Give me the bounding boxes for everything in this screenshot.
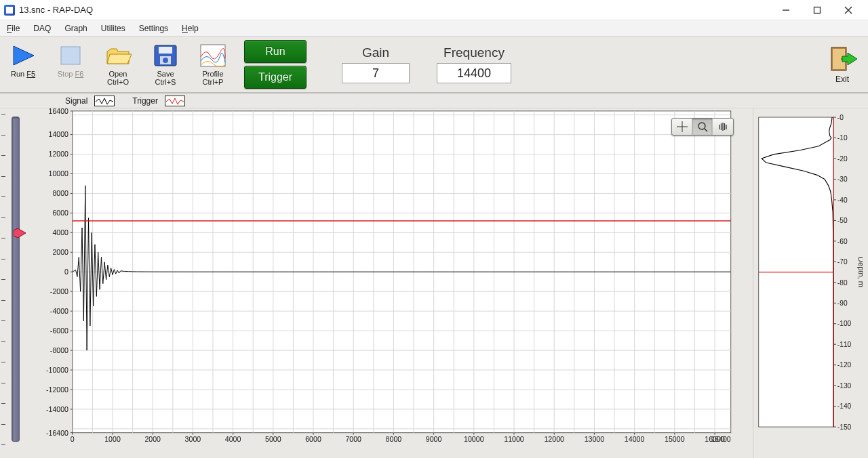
- svg-text:-110: -110: [837, 341, 852, 348]
- svg-text:13000: 13000: [585, 435, 605, 443]
- exit-group: Exit: [827, 45, 857, 84]
- svg-text:-60: -60: [837, 238, 848, 245]
- svg-text:8000: 8000: [386, 435, 402, 443]
- svg-text:-4000: -4000: [50, 307, 68, 315]
- svg-text:-70: -70: [837, 258, 848, 266]
- svg-text:-8000: -8000: [50, 346, 68, 354]
- svg-line-137: [705, 129, 707, 131]
- svg-text:6000: 6000: [305, 435, 321, 443]
- svg-rect-5: [61, 47, 80, 64]
- menu-utilites[interactable]: Utilites: [98, 22, 128, 35]
- frequency-block: Frequency 14400: [437, 45, 511, 83]
- trigger-green-button[interactable]: Trigger: [244, 66, 307, 89]
- svg-text:0: 0: [64, 268, 68, 276]
- menu-file[interactable]: File: [4, 22, 22, 35]
- svg-text:-30: -30: [837, 175, 848, 183]
- run-trigger-group: Run Trigger: [244, 40, 307, 89]
- slider-thumb[interactable]: [14, 228, 26, 238]
- window-buttons: [770, 0, 864, 20]
- svg-text:11000: 11000: [504, 435, 524, 443]
- depth-chart[interactable]: -0-10-20-30-40-50-60-70-80-90-100-110-12…: [753, 108, 868, 458]
- menubar: File DAQ Graph Utilites Settings Help: [0, 20, 868, 37]
- svg-text:12000: 12000: [49, 150, 69, 158]
- svg-text:-100: -100: [837, 320, 852, 327]
- svg-text:14000: 14000: [49, 130, 69, 138]
- titlebar: 13.snc - RAP-DAQ: [0, 0, 868, 20]
- svg-text:-150: -150: [837, 423, 852, 431]
- legend-signal-label: Signal: [65, 96, 87, 106]
- svg-rect-7: [159, 47, 172, 54]
- run-button-label: Run F5: [11, 70, 35, 79]
- profile-icon: [199, 42, 227, 69]
- menu-settings[interactable]: Settings: [136, 22, 171, 35]
- frequency-field[interactable]: 14400: [437, 63, 511, 83]
- svg-marker-14: [14, 228, 26, 238]
- svg-text:-10: -10: [837, 134, 848, 142]
- pan-tool[interactable]: [713, 119, 733, 135]
- svg-text:6000: 6000: [52, 209, 68, 217]
- trigger-slider[interactable]: [0, 108, 26, 458]
- svg-text:2000: 2000: [144, 435, 161, 443]
- signal-chart[interactable]: -16400-14000-12000-10000-8000-6000-4000-…: [26, 108, 753, 458]
- svg-text:1000: 1000: [104, 435, 121, 443]
- zoom-tool[interactable]: [692, 119, 713, 135]
- exit-label: Exit: [835, 75, 849, 84]
- svg-text:4000: 4000: [225, 435, 241, 443]
- svg-text:Depth, m: Depth, m: [857, 257, 863, 287]
- window-title: 13.snc - RAP-DAQ: [19, 5, 770, 15]
- profile-button-label: Profile Ctrl+P: [202, 70, 223, 86]
- toolbar: Run F5 Stop F6 Open Ctrl+O Save Ctrl+S P…: [0, 37, 868, 93]
- svg-text:-20: -20: [837, 155, 848, 163]
- gain-label: Gain: [362, 45, 389, 60]
- slider-track[interactable]: [12, 117, 20, 442]
- svg-text:10000: 10000: [464, 435, 484, 443]
- svg-text:-140: -140: [837, 402, 852, 410]
- svg-text:10000: 10000: [49, 169, 69, 178]
- svg-text:16400: 16400: [49, 108, 69, 115]
- svg-text:0: 0: [71, 435, 75, 443]
- svg-text:9000: 9000: [426, 435, 442, 443]
- exit-icon: [827, 45, 857, 73]
- svg-text:3000: 3000: [185, 435, 201, 443]
- close-button[interactable]: [833, 0, 864, 20]
- run-button[interactable]: Run F5: [4, 42, 42, 86]
- exit-button[interactable]: Exit: [827, 45, 857, 84]
- svg-point-136: [698, 123, 705, 129]
- legend-trigger-label: Trigger: [132, 96, 158, 106]
- open-button[interactable]: Open Ctrl+O: [99, 42, 137, 86]
- folder-open-icon: [104, 42, 132, 69]
- gain-field[interactable]: 7: [342, 63, 410, 83]
- svg-text:-10000: -10000: [46, 366, 68, 374]
- legend-trigger-sample: [165, 96, 185, 106]
- menu-graph[interactable]: Graph: [62, 22, 90, 35]
- profile-button[interactable]: Profile Ctrl+P: [194, 42, 232, 86]
- save-button[interactable]: Save Ctrl+S: [146, 42, 184, 86]
- play-icon: [9, 42, 37, 69]
- crosshair-tool[interactable]: [672, 119, 692, 135]
- stop-button-label: Stop F6: [58, 70, 84, 79]
- svg-rect-10: [201, 45, 225, 66]
- svg-text:-50: -50: [837, 217, 848, 224]
- toolbar-group-file: Run F5 Stop F6 Open Ctrl+O Save Ctrl+S P…: [4, 42, 232, 86]
- slider-ticks: [1, 114, 5, 444]
- svg-text:-90: -90: [837, 299, 848, 307]
- svg-point-9: [163, 58, 168, 63]
- svg-text:8000: 8000: [52, 189, 68, 197]
- stop-button[interactable]: Stop F6: [52, 42, 90, 86]
- svg-text:12000: 12000: [544, 435, 564, 443]
- menu-help[interactable]: Help: [179, 22, 201, 35]
- minimize-button[interactable]: [770, 0, 802, 20]
- menu-daq[interactable]: DAQ: [31, 22, 54, 35]
- svg-text:-0: -0: [837, 114, 844, 121]
- run-green-button[interactable]: Run: [244, 40, 307, 63]
- maximize-button[interactable]: [802, 0, 833, 20]
- svg-marker-4: [14, 46, 34, 65]
- app-icon: [4, 5, 15, 16]
- svg-text:-2000: -2000: [50, 287, 68, 295]
- svg-text:4000: 4000: [52, 228, 68, 236]
- svg-text:-6000: -6000: [50, 327, 68, 335]
- svg-text:2000: 2000: [52, 248, 68, 256]
- svg-text:-12000: -12000: [46, 386, 68, 394]
- legend-signal-sample: [94, 96, 115, 106]
- svg-text:14000: 14000: [625, 435, 645, 443]
